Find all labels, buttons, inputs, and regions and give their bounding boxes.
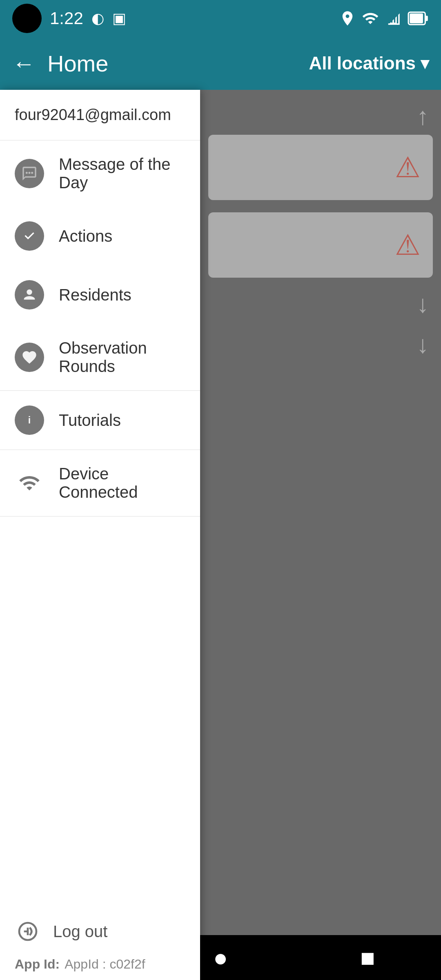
nav-home-button[interactable]: ● xyxy=(196,941,245,974)
drawer-email: four92041@gmail.com xyxy=(0,90,200,140)
tutorials-icon: i xyxy=(15,405,44,435)
logout-icon xyxy=(15,918,41,944)
svg-rect-2 xyxy=(410,13,423,23)
status-bar-left: 1:22 ◐ ▣ xyxy=(12,4,126,33)
app-bar: ← Home All locations ▾ xyxy=(0,37,441,90)
gps-icon xyxy=(339,10,356,27)
warning-icon-1: ⚠ xyxy=(395,151,421,184)
svg-point-7 xyxy=(27,290,32,295)
status-icon-media: ◐ xyxy=(91,10,104,27)
message-icon xyxy=(15,159,44,188)
navigation-drawer: four92041@gmail.com Message of the Day xyxy=(0,90,200,980)
app-id-label-text: App Id: xyxy=(15,957,60,972)
drawer-footer: Log out App Id: AppId : c02f2f xyxy=(0,902,200,980)
svg-rect-1 xyxy=(425,16,428,21)
svg-text:i: i xyxy=(28,415,31,425)
status-bar: 1:22 ◐ ▣ xyxy=(0,0,441,37)
svg-point-6 xyxy=(22,229,36,243)
observation-rounds-icon xyxy=(15,343,44,372)
drawer-item-actions[interactable]: Actions xyxy=(0,207,200,265)
page-title: Home xyxy=(47,50,296,77)
status-time: 1:22 xyxy=(50,9,83,28)
drawer-item-residents[interactable]: Residents xyxy=(0,265,200,324)
svg-point-4 xyxy=(29,172,31,174)
drawer-item-device-connected: Device Connected xyxy=(0,450,200,516)
status-icon-clipboard: ▣ xyxy=(112,10,126,27)
svg-point-3 xyxy=(26,172,28,174)
location-label: All locations xyxy=(309,53,416,74)
device-connected-label: Device Connected xyxy=(59,465,185,501)
tutorials-label: Tutorials xyxy=(59,411,121,430)
location-chevron-icon: ▾ xyxy=(421,54,429,73)
svg-point-5 xyxy=(31,172,33,174)
actions-icon xyxy=(15,221,44,251)
warning-icon-2: ⚠ xyxy=(395,228,421,262)
drawer-main-section: Message of the Day Actions xyxy=(0,140,200,391)
location-filter[interactable]: All locations ▾ xyxy=(309,53,429,74)
back-button[interactable]: ← xyxy=(12,50,35,77)
alert-card-2: ⚠ xyxy=(208,212,433,278)
logout-button[interactable]: Log out xyxy=(15,918,185,944)
actions-label: Actions xyxy=(59,227,112,245)
nav-recents-button[interactable]: ■ xyxy=(343,941,392,974)
scroll-down-arrow-2[interactable]: ↓ xyxy=(208,330,433,359)
main-container: four92041@gmail.com Message of the Day xyxy=(0,90,441,980)
drawer-item-tutorials[interactable]: i Tutorials xyxy=(0,391,200,450)
scroll-up-arrow[interactable]: ↑ xyxy=(416,102,429,130)
drawer-item-message-of-day[interactable]: Message of the Day xyxy=(0,140,200,207)
scroll-down-arrow-1[interactable]: ↓ xyxy=(208,290,433,318)
app-id-value: AppId : c02f2f xyxy=(65,957,145,972)
app-id-row: App Id: AppId : c02f2f xyxy=(15,957,185,972)
background-panel: ↑ ⚠ ⚠ ↓ ↓ xyxy=(200,90,441,980)
drawer-device-section: Device Connected xyxy=(0,450,200,517)
battery-icon xyxy=(408,10,429,27)
drawer-spacer xyxy=(0,517,200,902)
logout-label: Log out xyxy=(53,922,107,941)
drawer-utility-section: i Tutorials xyxy=(0,391,200,450)
residents-icon xyxy=(15,280,44,310)
wifi-connected-icon xyxy=(15,468,44,498)
residents-label: Residents xyxy=(59,286,131,304)
observation-rounds-label: Observation Rounds xyxy=(59,339,185,376)
status-icons-right xyxy=(339,10,429,27)
wifi-status-icon xyxy=(362,10,379,27)
signal-icon xyxy=(385,10,402,27)
message-of-day-label: Message of the Day xyxy=(59,155,185,192)
status-circle-icon xyxy=(12,4,42,33)
alert-card-1: ⚠ xyxy=(208,135,433,200)
drawer-item-observation-rounds[interactable]: Observation Rounds xyxy=(0,324,200,390)
